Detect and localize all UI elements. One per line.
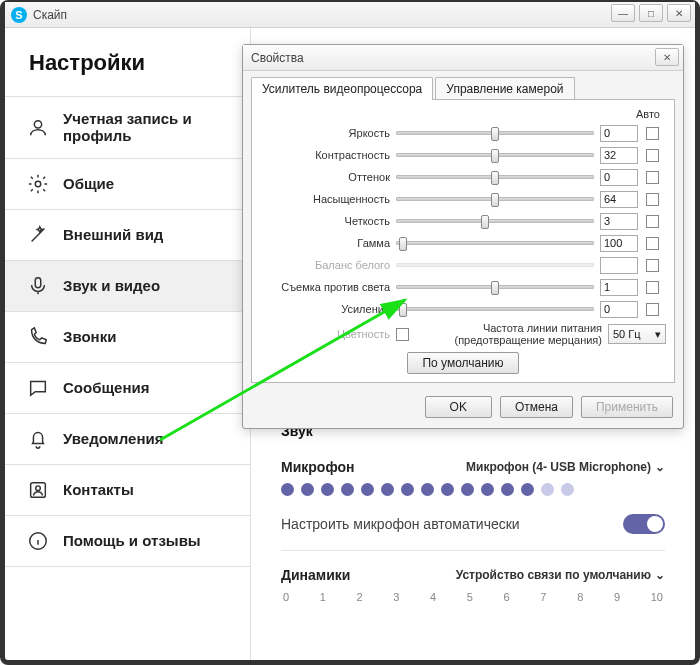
- sidebar-item-general[interactable]: Общие: [5, 158, 250, 209]
- microphone-selected-label: Микрофон (4- USB Microphone): [466, 460, 651, 474]
- microphone-icon: [27, 275, 49, 297]
- sidebar-item-appearance[interactable]: Внешний вид: [5, 209, 250, 260]
- chat-icon: [27, 377, 49, 399]
- powerline-freq-label: Частота линии питания (предотвращение ме…: [422, 322, 602, 346]
- slider-auto-checkbox[interactable]: [646, 149, 659, 162]
- chevron-down-icon: ⌄: [655, 460, 665, 474]
- slider-track[interactable]: [396, 153, 594, 157]
- slider-label: Контрастность: [260, 149, 390, 161]
- scale-tick: 8: [577, 591, 583, 603]
- color-enable-checkbox[interactable]: [396, 328, 409, 341]
- speakers-device-select[interactable]: Устройство связи по умолчанию ⌄: [456, 568, 665, 582]
- slider-auto-checkbox[interactable]: [646, 127, 659, 140]
- slider-thumb[interactable]: [491, 127, 499, 141]
- slider-thumb[interactable]: [399, 237, 407, 251]
- slider-track[interactable]: [396, 219, 594, 223]
- sidebar-item-notifications[interactable]: Уведомления: [5, 413, 250, 464]
- slider-label: Съемка против света: [260, 281, 390, 293]
- slider-auto-checkbox[interactable]: [646, 259, 659, 272]
- auto-adjust-mic-toggle[interactable]: [623, 514, 665, 534]
- scale-tick: 10: [651, 591, 663, 603]
- slider-value[interactable]: 1: [600, 279, 638, 296]
- microphone-device-select[interactable]: Микрофон (4- USB Microphone) ⌄: [466, 460, 665, 474]
- slider-row: Насыщенность64: [260, 188, 666, 210]
- slider-row: Гамма100: [260, 232, 666, 254]
- tab-camera-control[interactable]: Управление камерой: [435, 77, 574, 100]
- slider-label: Гамма: [260, 237, 390, 249]
- dialog-title: Свойства: [251, 51, 304, 65]
- sidebar-item-account[interactable]: Учетная запись и профиль: [5, 96, 250, 158]
- slider-row: Четкость3: [260, 210, 666, 232]
- slider-auto-checkbox[interactable]: [646, 193, 659, 206]
- chevron-down-icon: ▾: [655, 328, 661, 341]
- auto-adjust-mic-label: Настроить микрофон автоматически: [281, 516, 520, 532]
- slider-track[interactable]: [396, 175, 594, 179]
- phone-icon: [27, 326, 49, 348]
- microphone-row: Микрофон Микрофон (4- USB Microphone) ⌄: [281, 453, 665, 479]
- sidebar-item-messaging[interactable]: Сообщения: [5, 362, 250, 413]
- defaults-button[interactable]: По умолчанию: [407, 352, 518, 374]
- apply-button[interactable]: Применить: [581, 396, 673, 418]
- scale-tick: 2: [357, 591, 363, 603]
- slider-thumb[interactable]: [491, 193, 499, 207]
- slider-value: [600, 257, 638, 274]
- slider-auto-checkbox[interactable]: [646, 171, 659, 184]
- camera-properties-dialog: Свойства ✕ Усилитель видеопроцессора Упр…: [242, 44, 684, 429]
- gear-icon: [27, 173, 49, 195]
- dialog-close-button[interactable]: ✕: [655, 48, 679, 66]
- maximize-button[interactable]: □: [639, 4, 663, 22]
- slider-thumb[interactable]: [491, 149, 499, 163]
- slider-value[interactable]: 0: [600, 301, 638, 318]
- dialog-button-row: OK Отмена Применить: [243, 392, 683, 428]
- minimize-button[interactable]: —: [611, 4, 635, 22]
- slider-auto-checkbox[interactable]: [646, 303, 659, 316]
- slider-thumb[interactable]: [491, 171, 499, 185]
- info-icon: [27, 530, 49, 552]
- sidebar-item-label: Учетная запись и профиль: [63, 111, 228, 144]
- slider-track[interactable]: [396, 285, 594, 289]
- slider-thumb[interactable]: [399, 303, 407, 317]
- slider-auto-checkbox[interactable]: [646, 281, 659, 294]
- svg-rect-2: [35, 278, 41, 288]
- tab-video-proc-amp[interactable]: Усилитель видеопроцессора: [251, 77, 433, 100]
- slider-track[interactable]: [396, 307, 594, 311]
- slider-value[interactable]: 64: [600, 191, 638, 208]
- slider-value[interactable]: 0: [600, 169, 638, 186]
- sidebar-item-label: Звонки: [63, 329, 116, 346]
- slider-auto-checkbox[interactable]: [646, 215, 659, 228]
- sidebar-item-contacts[interactable]: Контакты: [5, 464, 250, 515]
- scale-tick: 4: [430, 591, 436, 603]
- slider-track[interactable]: [396, 131, 594, 135]
- slider-track[interactable]: [396, 241, 594, 245]
- slider-label: Баланс белого: [260, 259, 390, 271]
- scale-tick: 7: [540, 591, 546, 603]
- slider-value[interactable]: 3: [600, 213, 638, 230]
- slider-thumb[interactable]: [491, 281, 499, 295]
- cancel-button[interactable]: Отмена: [500, 396, 573, 418]
- color-enable-label: Цветность: [260, 328, 390, 340]
- sidebar-item-label: Уведомления: [63, 431, 163, 448]
- chevron-down-icon: ⌄: [655, 568, 665, 582]
- powerline-freq-select[interactable]: 50 Гц ▾: [608, 324, 666, 344]
- slider-row: Контрастность32: [260, 144, 666, 166]
- ok-button[interactable]: OK: [425, 396, 492, 418]
- user-icon: [27, 117, 49, 139]
- slider-row: Яркость0: [260, 122, 666, 144]
- slider-row: Съемка против света1: [260, 276, 666, 298]
- microphone-heading: Микрофон: [281, 459, 354, 475]
- sidebar-item-help[interactable]: Помощь и отзывы: [5, 515, 250, 567]
- scale-tick: 5: [467, 591, 473, 603]
- slider-value[interactable]: 100: [600, 235, 638, 252]
- sidebar-item-calling[interactable]: Звонки: [5, 311, 250, 362]
- slider-track[interactable]: [396, 197, 594, 201]
- slider-label: Насыщенность: [260, 193, 390, 205]
- slider-value[interactable]: 0: [600, 125, 638, 142]
- close-button[interactable]: ✕: [667, 4, 691, 22]
- volume-scale: 012345678910: [281, 589, 665, 605]
- slider-label: Яркость: [260, 127, 390, 139]
- sidebar-item-audio-video[interactable]: Звук и видео: [5, 260, 250, 311]
- slider-track: [396, 263, 594, 267]
- slider-thumb[interactable]: [481, 215, 489, 229]
- slider-value[interactable]: 32: [600, 147, 638, 164]
- slider-auto-checkbox[interactable]: [646, 237, 659, 250]
